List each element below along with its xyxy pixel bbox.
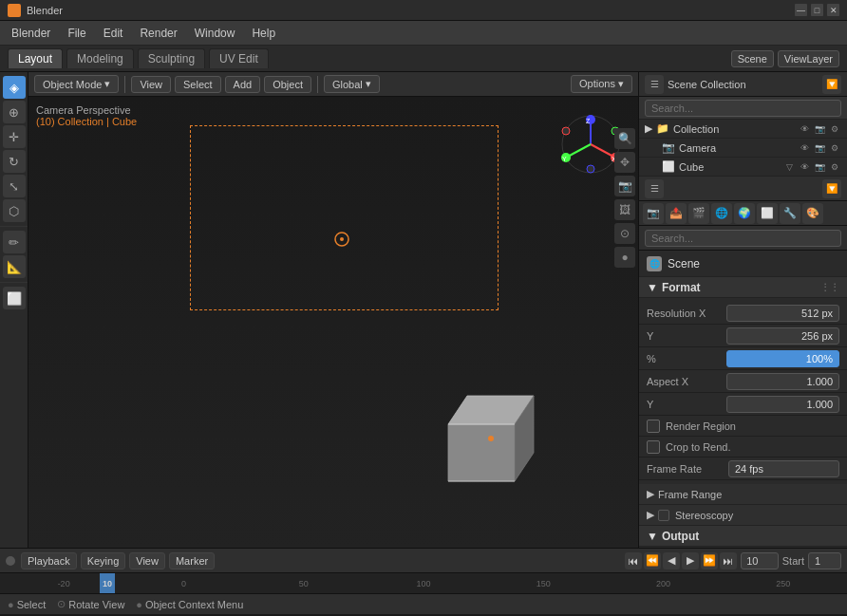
properties-search-bar [639, 226, 847, 251]
maximize-button[interactable]: □ [811, 4, 823, 16]
outliner-item-camera[interactable]: 📷 Camera 👁 📷 ⚙ [639, 139, 847, 158]
timeline-keying-menu[interactable]: Keying [81, 552, 126, 569]
step-forward-button[interactable]: ⏩ [701, 552, 718, 569]
timeline-marker-menu[interactable]: Marker [169, 552, 215, 569]
collection-visibility-icon[interactable]: 👁 [798, 122, 811, 136]
viewport-pan[interactable]: ✥ [614, 152, 635, 173]
viewport-shading[interactable]: ● [614, 247, 635, 268]
viewport-render-mode[interactable]: 🖼 [614, 199, 635, 220]
viewport-zoom-in[interactable]: 🔍 [614, 128, 635, 149]
resolution-y-value[interactable]: 256 px [726, 327, 839, 345]
output-section-header[interactable]: ▼ Output [639, 526, 847, 547]
format-section-header[interactable]: ▼ Format ⋮⋮ [639, 277, 847, 298]
tab-layout[interactable]: Layout [8, 48, 63, 68]
output-collapse-icon: ▼ [647, 530, 658, 543]
play-button[interactable]: ▶ [682, 552, 699, 569]
props-filter-btn[interactable]: 🔽 [822, 179, 841, 198]
tool-transform[interactable]: ⬡ [3, 199, 26, 222]
menu-edit[interactable]: Edit [96, 24, 131, 43]
props-tab-material[interactable]: 🎨 [802, 203, 823, 224]
outliner-filter-btn[interactable]: 🔽 [822, 75, 841, 94]
menu-blender[interactable]: Blender [4, 24, 58, 43]
play-back-button[interactable]: ◀ [663, 552, 680, 569]
resolution-pct-value[interactable]: 100% [726, 350, 839, 367]
properties-header-bar: ☰ 🔽 [639, 177, 847, 201]
cube-controls: ▽ 👁 📷 ⚙ [782, 160, 841, 174]
tool-cursor[interactable]: ⊕ [3, 101, 26, 123]
timeline-playback-menu[interactable]: Playback [21, 552, 77, 569]
props-tab-modifier[interactable]: 🔧 [780, 203, 800, 224]
cube-visibility-icon[interactable]: 👁 [798, 160, 811, 174]
collection-render-icon[interactable]: 📷 [813, 122, 826, 136]
timeline-view-menu[interactable]: View [129, 552, 165, 569]
cube-settings-icon[interactable]: ⚙ [828, 160, 841, 174]
scrubber-playhead[interactable]: 10 [100, 573, 115, 593]
minimize-button[interactable]: — [795, 4, 807, 16]
menu-help[interactable]: Help [244, 24, 283, 43]
outliner-options-btn[interactable]: ☰ [645, 75, 664, 94]
svg-point-38 [562, 127, 570, 135]
viewport-canvas[interactable]: .grid-line { stroke: #333; stroke-width:… [28, 97, 638, 548]
props-tab-scene[interactable]: 🌐 [711, 203, 732, 224]
object-menu[interactable]: Object [264, 76, 311, 93]
jump-start-button[interactable]: ⏮ [625, 552, 642, 569]
jump-end-button[interactable]: ⏭ [720, 552, 737, 569]
outliner-search-input[interactable] [645, 100, 841, 117]
props-tab-view-layer[interactable]: 🎬 [688, 203, 709, 224]
collection-settings-icon[interactable]: ⚙ [828, 122, 841, 136]
crop-to-rend-checkbox[interactable] [647, 440, 660, 454]
props-tab-object[interactable]: ⬜ [757, 203, 778, 224]
resolution-x-value[interactable]: 512 px [726, 305, 839, 322]
resolution-x-row: Resolution X 512 px [639, 302, 847, 325]
tool-rotate[interactable]: ↻ [3, 150, 26, 173]
props-tab-output[interactable]: 📤 [666, 203, 687, 224]
tool-move[interactable]: ✛ [3, 125, 26, 148]
status-context-menu: ● Object Context Menu [136, 599, 243, 610]
camera-visibility-icon[interactable]: 👁 [798, 141, 811, 155]
tool-annotate[interactable]: ✏ [3, 231, 26, 253]
viewport-3d[interactable]: Object Mode ▾ View Select Add Object Glo… [28, 72, 638, 548]
camera-render-icon[interactable]: 📷 [813, 141, 826, 155]
transform-global-dropdown[interactable]: Global ▾ [324, 75, 380, 93]
render-region-checkbox[interactable] [647, 420, 660, 433]
viewport-overlay[interactable]: ⊙ [614, 223, 635, 244]
step-back-button[interactable]: ⏪ [644, 552, 661, 569]
frame-rate-dropdown[interactable]: 24 fps [728, 460, 839, 477]
tool-measure[interactable]: 📐 [3, 255, 26, 278]
view-menu[interactable]: View [131, 76, 171, 93]
menu-render[interactable]: Render [132, 24, 184, 43]
tab-uv-edit[interactable]: UV Edit [209, 48, 269, 68]
current-frame-input[interactable] [741, 552, 779, 569]
options-button[interactable]: Options ▾ [571, 75, 632, 93]
camera-settings-icon[interactable]: ⚙ [828, 141, 841, 155]
props-tab-render[interactable]: 📷 [643, 203, 664, 224]
cube-render-icon[interactable]: 📷 [813, 160, 826, 174]
add-menu[interactable]: Add [225, 76, 261, 93]
properties-search-input[interactable] [645, 230, 841, 247]
view-layer-selector[interactable]: ViewLayer [778, 50, 839, 67]
frame-range-header[interactable]: ▶ Frame Range [639, 484, 847, 505]
cube-filter-icon[interactable]: ▽ [782, 160, 796, 174]
format-section-menu-icon[interactable]: ⋮⋮ [820, 282, 839, 292]
start-frame-input[interactable] [808, 552, 841, 569]
viewport-camera[interactable]: 📷 [614, 176, 635, 196]
scene-selector[interactable]: Scene [731, 50, 774, 67]
menu-file[interactable]: File [60, 24, 93, 43]
close-button[interactable]: ✕ [827, 4, 839, 16]
outliner-item-collection[interactable]: ▶ 📁 Collection 👁 📷 ⚙ [639, 120, 847, 139]
outliner-item-cube[interactable]: ⬜ Cube ▽ 👁 📷 ⚙ [639, 158, 847, 177]
tab-modeling[interactable]: Modeling [66, 48, 134, 68]
scrubber-bar[interactable]: -20 0 50 100 150 200 250 10 [0, 572, 847, 593]
tool-select[interactable]: ◈ [3, 76, 26, 99]
stereoscopy-header[interactable]: ▶ Stereoscopy [639, 505, 847, 526]
props-options-btn[interactable]: ☰ [645, 179, 664, 198]
tool-scale[interactable]: ⤡ [3, 175, 26, 197]
aspect-x-value[interactable]: 1.000 [726, 373, 839, 390]
select-menu[interactable]: Select [175, 76, 221, 93]
menu-window[interactable]: Window [187, 24, 243, 43]
object-mode-dropdown[interactable]: Object Mode ▾ [34, 75, 119, 93]
tool-add-cube[interactable]: ⬜ [3, 287, 26, 309]
aspect-y-value[interactable]: 1.000 [726, 396, 839, 413]
props-tab-world[interactable]: 🌍 [734, 203, 755, 224]
tab-sculpting[interactable]: Sculpting [138, 48, 205, 68]
